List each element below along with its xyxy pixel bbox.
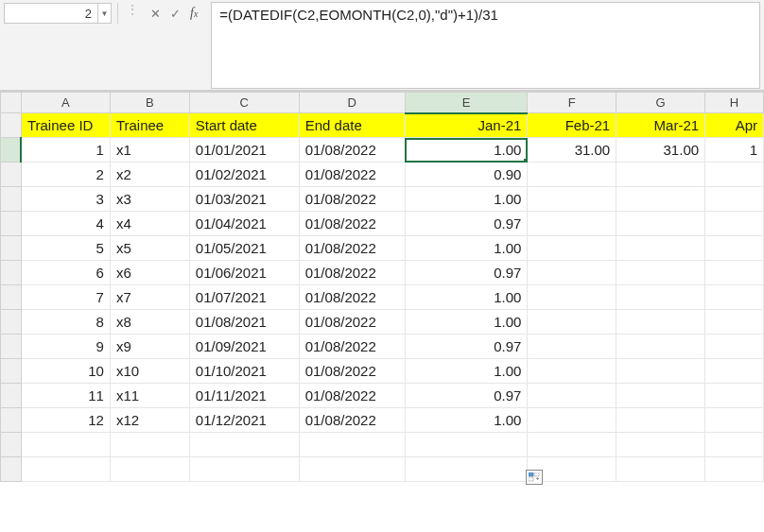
cell-feb[interactable]: 31.00 bbox=[528, 138, 616, 163]
cell-jan[interactable]: 1.00 bbox=[405, 408, 528, 433]
cell-mar[interactable] bbox=[616, 359, 705, 384]
row-header[interactable] bbox=[1, 384, 22, 408]
column-header-H[interactable]: H bbox=[705, 93, 764, 113]
cell-feb[interactable] bbox=[528, 187, 616, 212]
cell-start-date[interactable]: 01/04/2021 bbox=[189, 212, 299, 236]
row-header[interactable] bbox=[1, 261, 22, 285]
cell-trainee[interactable]: x2 bbox=[110, 163, 189, 187]
cell-apr[interactable] bbox=[705, 310, 764, 335]
cell-apr[interactable] bbox=[705, 285, 764, 310]
cell-end-date[interactable]: 01/08/2022 bbox=[299, 212, 405, 236]
header-mar[interactable]: Mar-21 bbox=[616, 113, 705, 138]
cell-mar[interactable]: 31.00 bbox=[616, 138, 705, 163]
cell-trainee-id[interactable]: 11 bbox=[21, 384, 110, 408]
cell-trainee[interactable]: x9 bbox=[110, 335, 189, 359]
cell-jan[interactable]: 0.97 bbox=[405, 261, 528, 285]
cell-trainee[interactable]: x1 bbox=[110, 138, 189, 163]
cell-jan[interactable]: 1.00 bbox=[405, 236, 528, 261]
row-header[interactable] bbox=[1, 310, 22, 335]
header-jan[interactable]: Jan-21 bbox=[405, 113, 528, 138]
cell-feb[interactable] bbox=[528, 310, 616, 335]
header-trainee[interactable]: Trainee bbox=[110, 113, 189, 138]
cell-start-date[interactable]: 01/07/2021 bbox=[189, 285, 299, 310]
cell-apr[interactable] bbox=[705, 187, 764, 212]
cell-apr[interactable] bbox=[705, 359, 764, 384]
cell-jan[interactable]: 1.00 bbox=[405, 310, 528, 335]
cell-start-date[interactable]: 01/01/2021 bbox=[189, 138, 299, 163]
cell[interactable] bbox=[705, 433, 764, 457]
cell-trainee-id[interactable]: 5 bbox=[21, 236, 110, 261]
header-feb[interactable]: Feb-21 bbox=[528, 113, 616, 138]
cell-trainee[interactable]: x5 bbox=[110, 236, 189, 261]
column-header-F[interactable]: F bbox=[528, 93, 616, 113]
cell-trainee-id[interactable]: 2 bbox=[21, 163, 110, 187]
cell-apr[interactable] bbox=[705, 384, 764, 408]
cell-start-date[interactable]: 01/08/2021 bbox=[189, 310, 299, 335]
cell[interactable] bbox=[110, 457, 189, 482]
cell-trainee[interactable]: x4 bbox=[110, 212, 189, 236]
cell-end-date[interactable]: 01/08/2022 bbox=[299, 384, 405, 408]
cell[interactable] bbox=[189, 433, 299, 457]
cell-start-date[interactable]: 01/11/2021 bbox=[189, 384, 299, 408]
cell-end-date[interactable]: 01/08/2022 bbox=[299, 359, 405, 384]
cell-trainee[interactable]: x11 bbox=[110, 384, 189, 408]
cell-trainee[interactable]: x8 bbox=[110, 310, 189, 335]
cell[interactable] bbox=[21, 433, 110, 457]
cell-apr[interactable] bbox=[705, 408, 764, 433]
column-header-A[interactable]: A bbox=[21, 93, 110, 113]
cell-apr[interactable]: 1 bbox=[705, 138, 764, 163]
name-box[interactable]: 2 bbox=[4, 3, 98, 24]
cell-end-date[interactable]: 01/08/2022 bbox=[299, 285, 405, 310]
cell-start-date[interactable]: 01/05/2021 bbox=[189, 236, 299, 261]
row-header[interactable] bbox=[1, 113, 22, 138]
column-header-D[interactable]: D bbox=[299, 93, 405, 113]
row-header[interactable] bbox=[1, 187, 22, 212]
cell-end-date[interactable]: 01/08/2022 bbox=[299, 261, 405, 285]
column-header-E[interactable]: E bbox=[405, 93, 528, 113]
header-apr[interactable]: Apr bbox=[705, 113, 764, 138]
cell-start-date[interactable]: 01/10/2021 bbox=[189, 359, 299, 384]
row-header[interactable] bbox=[1, 285, 22, 310]
cell-trainee[interactable]: x7 bbox=[110, 285, 189, 310]
cell-feb[interactable] bbox=[528, 261, 616, 285]
accept-formula-icon[interactable]: ✓ bbox=[170, 7, 181, 21]
row-header[interactable] bbox=[1, 212, 22, 236]
column-header-G[interactable]: G bbox=[616, 93, 705, 113]
cell-start-date[interactable]: 01/03/2021 bbox=[189, 187, 299, 212]
fx-icon[interactable]: fx bbox=[190, 6, 203, 21]
cell[interactable] bbox=[616, 433, 705, 457]
cell-start-date[interactable]: 01/12/2021 bbox=[189, 408, 299, 433]
formula-input[interactable] bbox=[211, 2, 760, 89]
cell-trainee-id[interactable]: 12 bbox=[21, 408, 110, 433]
cell-end-date[interactable]: 01/08/2022 bbox=[299, 335, 405, 359]
cell-apr[interactable] bbox=[705, 212, 764, 236]
cell-apr[interactable] bbox=[705, 261, 764, 285]
row-header[interactable] bbox=[1, 163, 22, 187]
cell-feb[interactable] bbox=[528, 212, 616, 236]
cell-apr[interactable] bbox=[705, 236, 764, 261]
row-header[interactable] bbox=[1, 408, 22, 433]
cell-trainee[interactable]: x10 bbox=[110, 359, 189, 384]
cell-jan[interactable]: 1.00 bbox=[405, 285, 528, 310]
cell[interactable] bbox=[705, 457, 764, 482]
cell-mar[interactable] bbox=[616, 408, 705, 433]
cell-jan[interactable]: 1.00 bbox=[405, 359, 528, 384]
column-header-C[interactable]: C bbox=[189, 93, 299, 113]
cell-start-date[interactable]: 01/09/2021 bbox=[189, 335, 299, 359]
cell[interactable] bbox=[405, 457, 528, 482]
cell-end-date[interactable]: 01/08/2022 bbox=[299, 138, 405, 163]
select-all-corner[interactable] bbox=[1, 93, 22, 113]
cell[interactable] bbox=[189, 457, 299, 482]
cell-jan[interactable]: 0.97 bbox=[405, 212, 528, 236]
cell-trainee-id[interactable]: 8 bbox=[21, 310, 110, 335]
cell-jan[interactable]: 0.90 bbox=[405, 163, 528, 187]
cell-trainee-id[interactable]: 3 bbox=[21, 187, 110, 212]
cell-trainee[interactable]: x3 bbox=[110, 187, 189, 212]
cell-feb[interactable] bbox=[528, 163, 616, 187]
row-header[interactable] bbox=[1, 335, 22, 359]
cell-feb[interactable] bbox=[528, 335, 616, 359]
cancel-formula-icon[interactable]: ✕ bbox=[150, 7, 161, 21]
cell-mar[interactable] bbox=[616, 285, 705, 310]
cell-jan[interactable]: 1.00 bbox=[405, 138, 528, 163]
cell-end-date[interactable]: 01/08/2022 bbox=[299, 163, 405, 187]
